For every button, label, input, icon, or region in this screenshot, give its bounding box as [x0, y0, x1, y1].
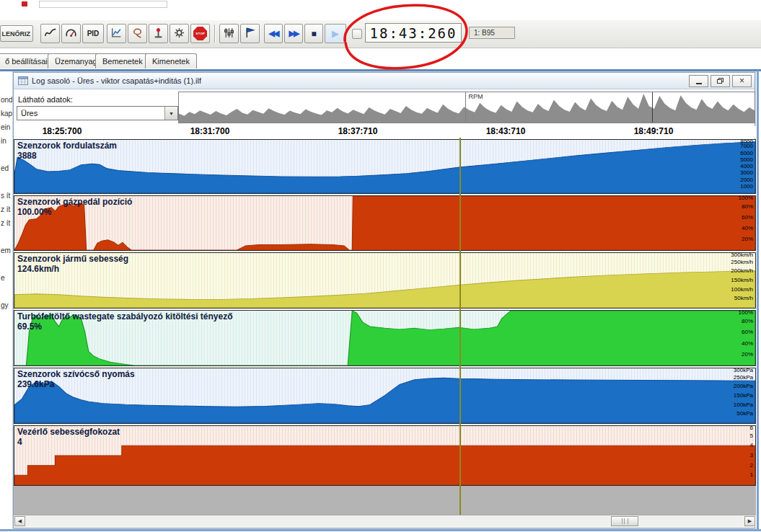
stop-sign-button[interactable]: STOP [190, 24, 210, 43]
sidebar-fragment: e [1, 274, 12, 282]
graph-icon [110, 27, 123, 41]
titlebar[interactable]: Log sasoló - Üres - viktor csapatás+indi… [14, 73, 755, 89]
sidebar-fragment: s ít [1, 192, 12, 200]
time-tick: 18:43:710 [486, 126, 526, 136]
chart-title: Turbófeltöltő wastegate szabályozó kitöl… [17, 311, 233, 322]
sliders-icon [223, 27, 235, 41]
sidebar-fragment: ein [1, 123, 12, 131]
channel-badge: 1: B95 [469, 27, 515, 39]
chart-value: 239.6kPa [17, 379, 54, 389]
minimize-icon [696, 83, 702, 84]
time-cursor[interactable] [459, 138, 461, 515]
stop-sign-icon: STOP [193, 27, 207, 40]
restore-icon [717, 78, 723, 84]
time-tick: 18:31:700 [190, 126, 230, 136]
top-field[interactable] [39, 1, 167, 8]
graph-button[interactable] [107, 24, 126, 43]
app-icon [22, 1, 27, 6]
scrollbar-thumb[interactable] [611, 516, 638, 526]
chart-strip-wastegate[interactable]: 100%80%60%40%20% Turbófeltöltő wastegate… [14, 310, 756, 366]
chart-title: Vezérlő sebességfokozat [17, 427, 120, 437]
window-title: Log sasoló - Üres - viktor csapatás+indi… [32, 76, 201, 85]
mdi-border-right [757, 71, 759, 530]
chart-title: Szenzorok fordulatszám [17, 141, 117, 151]
spacer-button[interactable] [352, 29, 362, 39]
minimize-button[interactable] [689, 75, 708, 87]
chart-value: 100.00% [17, 207, 51, 217]
application-window: LENŐRIZ PID STOP ◀◀ ▶▶ ■ [0, 0, 761, 532]
sidebar-fragment: kap [1, 110, 12, 118]
joystick-button[interactable] [149, 24, 168, 43]
flag-button[interactable] [240, 24, 260, 43]
flag-icon [244, 27, 256, 41]
sidebar-fragment: z ít [1, 219, 12, 227]
restore-button[interactable] [711, 75, 730, 87]
mdi-border-top [0, 69, 761, 71]
tab-kimenetek[interactable]: Kimenetek [145, 53, 197, 68]
time-display: 18:43:260 [365, 23, 462, 43]
rewind-button[interactable]: ◀◀ [264, 24, 283, 43]
chart-value: 4 [17, 437, 22, 447]
curve-tool-button[interactable] [40, 24, 60, 43]
tab-controller-settings[interactable]: ő beállításai [0, 53, 55, 68]
chart-strip-gear[interactable]: 654321 Vezérlő sebességfokozat 4 [14, 425, 756, 486]
settings-button[interactable] [170, 24, 189, 43]
log-viewer-window: Log sasoló - Üres - viktor csapatás+indi… [13, 72, 755, 528]
horizontal-scrollbar: ◀ ▶ [14, 515, 756, 527]
time-tick: 18:49:710 [634, 126, 674, 136]
stop-playback-button[interactable]: ■ [304, 24, 323, 43]
time-tick: 18:25:700 [43, 126, 82, 136]
fast-forward-button[interactable]: ▶▶ [284, 24, 303, 43]
time-axis: 18:25:700 18:31:700 18:37:710 18:43:710 … [14, 126, 756, 138]
sliders-button[interactable] [219, 24, 239, 43]
chart-value: 3888 [17, 151, 37, 161]
scroll-right-button[interactable]: ▶ [744, 516, 755, 526]
overview-channel-label: RPM [469, 93, 483, 100]
thumb-grip-icon [622, 518, 628, 524]
time-tick: 18:37:710 [338, 126, 378, 136]
lasso-button[interactable] [128, 24, 147, 43]
tab-bar: ő beállításai Üzemanyag Bemenetek Kimene… [0, 53, 761, 69]
chart-strip-pressure[interactable]: 300kPa250kPa200kPa150kPa100kPa50kPa Szen… [14, 368, 756, 424]
background-sidebar-fragments: ondkapeinineds ítz ítz ítemegy [0, 72, 12, 476]
chart-value: 69.5% [17, 322, 42, 332]
sidebar-fragment: em [1, 247, 12, 254]
play-button[interactable]: ▶ [325, 24, 346, 43]
joystick-icon [152, 27, 164, 41]
visible-data-dropdown[interactable]: Üres ▼ [17, 106, 178, 120]
chart-strip-speed[interactable]: 300km/h250km/h200km/h150km/h100km/h50km/… [14, 252, 756, 309]
chart-footer-area [14, 486, 756, 515]
table-icon [18, 76, 28, 86]
pid-button[interactable]: PID [82, 24, 104, 43]
curve-icon [44, 27, 56, 41]
scroll-left-button[interactable]: ◀ [14, 516, 25, 526]
gauge-button[interactable] [61, 24, 81, 43]
chart-value: 124.6km/h [17, 264, 59, 274]
gauge-icon [65, 27, 77, 41]
overview-page-divider [465, 92, 466, 123]
sidebar-fragment: in [1, 137, 12, 145]
mdi-border-bottom [0, 529, 761, 531]
gear-icon [173, 27, 185, 41]
check-button[interactable]: LENŐRIZ [0, 25, 33, 42]
chart-title: Szenzorok gázpedál pozíció [17, 197, 132, 207]
sidebar-fragment: gy [1, 301, 12, 309]
chart-strip-throttle[interactable]: 100%80%60%40%20% Szenzorok gázpedál pozí… [14, 195, 756, 251]
top-strip [0, 0, 761, 20]
sidebar-fragment: ond [1, 96, 12, 104]
chart-strips: 80007000600050004000300020001000 Szenzor… [14, 139, 756, 486]
lasso-icon [131, 27, 144, 41]
sidebar-fragment: ed [1, 164, 12, 172]
chart-title: Szenzorok szívócső nyomás [17, 369, 135, 379]
overview-cursor[interactable] [652, 92, 653, 123]
close-button[interactable]: × [732, 75, 752, 87]
visible-data-label: Látható adatok: [18, 95, 73, 104]
rpm-overview-strip[interactable]: RPM [178, 92, 755, 123]
sidebar-fragment: z ít [1, 205, 12, 213]
chart-strip-rpm[interactable]: 80007000600050004000300020001000 Szenzor… [14, 139, 756, 194]
dropdown-value: Üres [17, 109, 164, 118]
chart-title: Szenzorok jármű sebesség [17, 254, 128, 264]
toolbar-separator [214, 25, 216, 43]
tab-bemenetek[interactable]: Bemenetek [95, 53, 150, 68]
dropdown-arrow-icon[interactable]: ▼ [164, 107, 177, 120]
